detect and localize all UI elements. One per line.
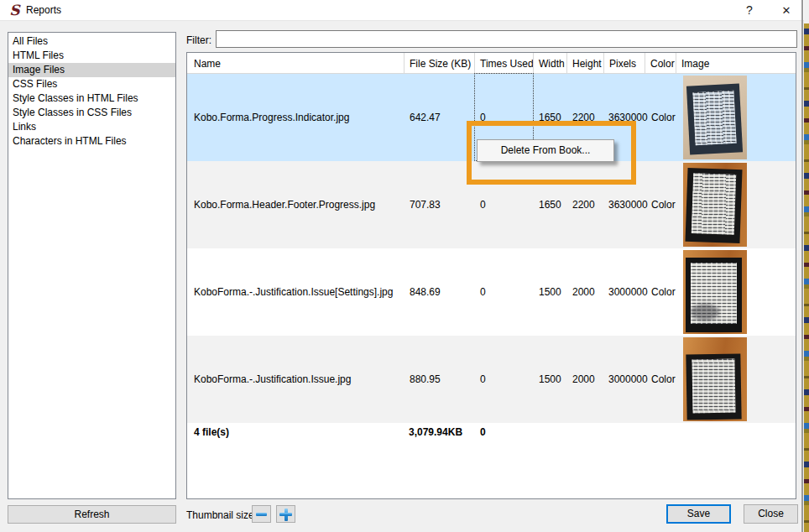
image-pixels: 3630000: [608, 112, 648, 123]
column-header-times-used[interactable]: Times Used: [475, 53, 534, 74]
image-color: Color: [651, 112, 676, 123]
file-name: KoboForma.-.Justification.Issue[Settings…: [194, 286, 393, 298]
summary-file-count: 4 file(s): [194, 426, 229, 438]
help-button[interactable]: ?: [735, 0, 764, 21]
image-color: Color: [651, 199, 676, 211]
close-button[interactable]: Close: [744, 504, 798, 524]
thumbnail-larger-button[interactable]: [276, 505, 295, 523]
file-name: KoboForma.-.Justification.Issue.jpg: [194, 373, 351, 385]
window-title: Reports: [26, 4, 61, 16]
image-pixels: 3000000: [608, 373, 648, 385]
times-used: 0: [480, 199, 486, 211]
report-type-list: All Files HTML Files Image Files CSS Fil…: [8, 32, 176, 499]
image-pixels: 3630000: [608, 199, 648, 211]
column-header-pixels[interactable]: Pixels: [604, 53, 645, 74]
column-header-color[interactable]: Color: [645, 53, 676, 74]
column-header-height[interactable]: Height: [567, 53, 604, 74]
column-header-file-size-label: File Size (KB): [410, 58, 471, 70]
sidebar-item-all-files[interactable]: All Files: [8, 34, 175, 49]
dialog-right-edge: [801, 0, 803, 532]
file-size: 848.69: [410, 286, 441, 298]
table-row[interactable]: KoboForma.-.Justification.Issue[Settings…: [187, 248, 796, 336]
column-header-file-size[interactable]: ˆ File Size (KB): [404, 53, 475, 74]
image-width: 1650: [539, 199, 561, 211]
image-color: Color: [651, 373, 676, 385]
background-window-sliver: [804, 0, 809, 532]
sidebar-item-characters-html[interactable]: Characters in HTML Files: [8, 134, 175, 149]
image-thumbnail: [683, 250, 747, 334]
minus-icon: [256, 513, 267, 516]
image-height: 2000: [572, 286, 595, 298]
table-header-row: Name ˆ File Size (KB) Times Used Width H…: [187, 53, 796, 74]
thumbnail-smaller-button[interactable]: [252, 505, 271, 523]
summary-total-size: 3,079.94KB: [409, 426, 462, 438]
image-pixels: 3000000: [608, 286, 648, 298]
sidebar-item-style-classes-css[interactable]: Style Classes in CSS Files: [8, 106, 175, 120]
title-bar: S Reports ? ✕: [0, 0, 804, 21]
filter-label: Filter:: [186, 34, 211, 46]
image-width: 1500: [539, 286, 561, 298]
refresh-button[interactable]: Refresh: [8, 505, 176, 524]
column-header-name[interactable]: Name: [187, 53, 404, 74]
summary-times-used: 0: [480, 426, 486, 438]
sidebar-item-links[interactable]: Links: [8, 120, 175, 134]
sort-ascending-icon: ˆ: [438, 53, 441, 59]
save-button[interactable]: Save: [666, 504, 731, 524]
sidebar-item-style-classes-html[interactable]: Style Classes in HTML Files: [8, 91, 175, 106]
sigil-logo-icon: S: [8, 3, 22, 18]
table-row[interactable]: Kobo.Forma.Header.Footer.Progress.jpg 70…: [187, 161, 796, 248]
image-width: 1500: [539, 373, 561, 385]
file-size: 642.47: [410, 112, 441, 123]
table-row[interactable]: KoboForma.-.Justification.Issue.jpg 880.…: [187, 336, 796, 423]
sidebar-item-html-files[interactable]: HTML Files: [8, 49, 175, 63]
close-window-button[interactable]: ✕: [772, 0, 801, 21]
image-color: Color: [651, 286, 676, 298]
column-header-image[interactable]: Image: [676, 53, 796, 74]
image-height: 2000: [572, 373, 595, 385]
image-thumbnail: [683, 163, 747, 247]
file-name: Kobo.Forma.Header.Footer.Progress.jpg: [194, 199, 375, 211]
file-size: 880.95: [410, 373, 441, 385]
sidebar-item-image-files[interactable]: Image Files: [8, 63, 175, 77]
column-header-width[interactable]: Width: [534, 53, 567, 74]
thumbnail-size-label: Thumbnail size:: [186, 509, 257, 521]
file-name: Kobo.Forma.Progress.Indicator.jpg: [194, 112, 349, 123]
times-used: 0: [480, 286, 486, 298]
sidebar-item-css-files[interactable]: CSS Files: [8, 77, 175, 91]
summary-row: 4 file(s) 3,079.94KB 0: [187, 423, 796, 441]
filter-input[interactable]: [216, 30, 797, 48]
image-height: 2200: [572, 199, 595, 211]
file-size: 707.83: [410, 199, 441, 211]
image-thumbnail: [683, 337, 747, 421]
menu-item-delete-from-book[interactable]: Delete From Book...: [478, 140, 613, 161]
times-used: 0: [480, 373, 486, 385]
image-height: 2200: [572, 112, 595, 123]
context-menu: Delete From Book...: [477, 139, 614, 162]
image-width: 1650: [539, 112, 561, 123]
image-thumbnail: [683, 76, 747, 159]
